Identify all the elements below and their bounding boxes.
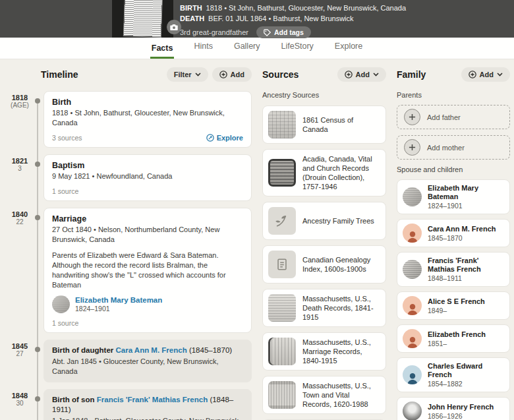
tab-explore[interactable]: Explore — [333, 42, 364, 59]
source-card[interactable]: 1861 Census of Canada — [262, 105, 386, 144]
event-detail: Abt. Jan 1845 • Gloucester County, New B… — [52, 357, 243, 376]
sources-column: Sources Add Ancestry Sources 1861 Census… — [262, 67, 386, 420]
timeline-event-marriage: 1840 22 Marriage 27 Oct 1840 • Nelson, N… — [5, 208, 252, 333]
add-circle-icon — [469, 71, 476, 78]
timeline-dot — [35, 215, 40, 220]
spouse-name-link[interactable]: Elizabeth Mary Bateman — [75, 296, 162, 305]
family-member-card[interactable]: Cara Ann M. French 1845–1870 — [397, 219, 510, 247]
spouse-children-label: Spouse and children — [397, 165, 510, 173]
timeline-event-child-birth: 1848 30 Birth of son Francis 'Frank' Mat… — [5, 389, 252, 420]
add-tags-button[interactable]: Add tags — [256, 26, 311, 38]
death-value: BEF. 01 JUL 1864 • Bathurst, New Brunswi… — [208, 15, 353, 22]
death-fact: DEATHBEF. 01 JUL 1864 • Bathurst, New Br… — [180, 13, 406, 24]
event-year: 1818 — [5, 94, 34, 102]
child-name-link[interactable]: Cara Ann M. French — [115, 346, 186, 354]
birth-fact: BIRTH1818 • St John, Bathurst, Glouceste… — [180, 3, 406, 13]
birth-label: BIRTH — [180, 4, 202, 12]
event-detail: 1 Jan 1848 • Bathurst, Gloucester County… — [52, 416, 243, 420]
event-year: 1845 — [5, 342, 34, 350]
spouse-years: 1824–1901 — [75, 305, 162, 313]
child-name-link[interactable]: Francis 'Frank' Mathias French — [97, 396, 208, 404]
timeline-event-birth: 1818 (AGE) Birth 1818 • St John, Bathurs… — [5, 91, 252, 148]
chevron-down-icon — [497, 73, 503, 76]
timeline-events: 1818 (AGE) Birth 1818 • St John, Bathurs… — [5, 91, 252, 420]
town-record-thumbnail — [268, 381, 296, 409]
facts-page-content: Timeline Filter Add 1818 (AGE) Birth — [0, 59, 514, 420]
event-card-child-birth: Birth of daughter Cara Ann M. French (18… — [43, 340, 252, 382]
event-source-count: 3 sources — [52, 134, 206, 142]
birth-value: 1818 • St John, Bathurst, Gloucester, Ne… — [206, 4, 406, 12]
event-card-birth: Birth 1818 • St John, Bathurst, Gloucest… — [43, 91, 252, 148]
tab-facts[interactable]: Facts — [150, 44, 175, 59]
timeline-column: Timeline Filter Add 1818 (AGE) Birth — [5, 67, 252, 420]
portrait-photo-avatar — [403, 402, 422, 420]
timeline-dot — [35, 396, 40, 402]
census-record-thumbnail — [268, 111, 296, 138]
add-source-button[interactable]: Add — [337, 67, 386, 82]
plus-icon — [404, 109, 420, 125]
source-card[interactable]: Massachusetts, U.S., Town and Vital Reco… — [262, 376, 386, 414]
camera-button[interactable] — [167, 20, 181, 34]
add-circle-icon — [345, 71, 353, 78]
event-age: 30 — [5, 400, 34, 407]
family-member-card[interactable]: Francis 'Frank' Mathias French 1848–1911 — [397, 252, 510, 287]
explore-link[interactable]: Explore — [206, 134, 243, 142]
source-card[interactable]: Massachusetts, U.S., Marriage Records, 1… — [262, 332, 386, 371]
family-member-card[interactable]: Charles Edward French 1854–1882 — [397, 357, 510, 392]
event-title: Baptism — [52, 161, 243, 170]
explore-compass-icon — [206, 134, 214, 142]
tab-gallery[interactable]: Gallery — [233, 42, 262, 59]
female-avatar-icon — [403, 329, 422, 348]
relationship-label: 3rd great-grandfather — [180, 28, 248, 36]
event-title: Marriage — [52, 214, 243, 224]
event-detail: 9 May 1821 • Newfoundland, Canada — [52, 171, 243, 181]
sources-title: Sources — [262, 69, 337, 80]
document-icon — [268, 251, 296, 278]
timeline-title: Timeline — [41, 69, 167, 80]
family-title: Family — [397, 69, 461, 80]
add-family-button[interactable]: Add — [461, 67, 510, 82]
male-avatar-icon — [403, 365, 422, 384]
tab-hints[interactable]: Hints — [192, 42, 214, 59]
event-note: Parents of Elizabeth were Edward & Sara … — [52, 251, 243, 290]
event-card-marriage: Marriage 27 Oct 1840 • Nelson, Northumbe… — [43, 208, 252, 333]
family-tree-icon — [268, 207, 296, 235]
event-source-count: 1 source — [52, 319, 243, 327]
filter-button[interactable]: Filter — [167, 67, 208, 82]
source-card[interactable]: Canadian Genealogy Index, 1600s-1900s — [262, 245, 386, 284]
family-member-card[interactable]: John Henry French 1856–1926 — [397, 397, 510, 420]
death-label: DEATH — [180, 15, 204, 22]
event-year: 1840 — [5, 210, 34, 218]
timeline-event-child-birth: 1845 27 Birth of daughter Cara Ann M. Fr… — [5, 340, 252, 382]
family-member-card[interactable]: Elizabeth Mary Bateman 1824–1901 — [397, 179, 510, 214]
chevron-down-icon — [373, 73, 379, 76]
event-age: (AGE) — [5, 102, 34, 109]
female-avatar-icon — [403, 296, 422, 315]
source-card[interactable]: Acadia, Canada, Vital and Church Records… — [262, 149, 386, 196]
add-mother-button[interactable]: Add mother — [397, 135, 510, 160]
event-year: 1821 — [5, 157, 34, 165]
add-father-button[interactable]: Add father — [397, 105, 510, 129]
ancestry-sources-label: Ancestry Sources — [262, 91, 386, 99]
photo-avatar — [403, 187, 422, 206]
linked-spouse: Elizabeth Mary Bateman 1824–1901 — [52, 295, 243, 313]
event-age: 3 — [5, 165, 34, 172]
family-member-card[interactable]: Elizabeth French 1851– — [397, 324, 510, 353]
handwritten-record-thumbnail — [268, 159, 296, 187]
timeline-dot — [35, 98, 40, 104]
event-detail: 27 Oct 1840 • Nelson, Northumberland Cou… — [52, 225, 243, 245]
event-card-baptism: Baptism 9 May 1821 • Newfoundland, Canad… — [43, 154, 252, 201]
spouse-photo-avatar[interactable] — [52, 295, 70, 313]
chevron-down-icon — [195, 73, 201, 76]
source-card[interactable]: Massachusetts, U.S., Death Records, 1841… — [262, 289, 386, 327]
family-column: Family Add Parents Add father Add mother… — [397, 67, 510, 420]
event-card-child-birth: Birth of son Francis 'Frank' Mathias Fre… — [43, 389, 252, 420]
add-event-button[interactable]: Add — [212, 67, 252, 82]
tag-icon — [264, 29, 271, 36]
family-member-card[interactable]: Alice S E French 1849– — [397, 291, 510, 320]
tab-lifestory[interactable]: LifeStory — [280, 42, 315, 59]
death-record-thumbnail — [268, 294, 296, 322]
profile-photo[interactable] — [112, 0, 173, 38]
plus-icon — [404, 139, 420, 156]
source-card[interactable]: Ancestry Family Trees — [262, 202, 386, 240]
